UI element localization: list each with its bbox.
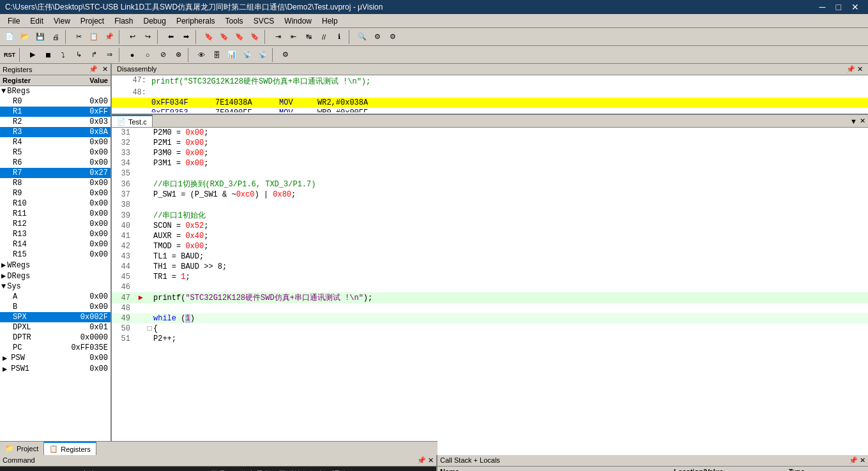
reg-r9[interactable]: R90x00 bbox=[0, 188, 110, 198]
menu-flash[interactable]: Flash bbox=[109, 15, 138, 27]
tb-run-cursor[interactable]: ⇒ bbox=[102, 48, 116, 62]
reg-r5[interactable]: R50x00 bbox=[0, 147, 110, 158]
reg-r2[interactable]: R20x03 bbox=[0, 117, 110, 127]
code-content[interactable]: 31 P2M0 = 0x00; 32 P2M1 = 0x00; 33 P bbox=[112, 128, 868, 455]
reg-r1[interactable]: R10xFF bbox=[0, 107, 110, 117]
tb-paste[interactable]: 📌 bbox=[102, 30, 116, 44]
tab-registers[interactable]: 📋 Registers bbox=[44, 442, 96, 455]
tb-comment[interactable]: // bbox=[317, 30, 331, 44]
expand-icon-50[interactable]: □ bbox=[146, 324, 153, 333]
tb-outdent[interactable]: ⇤ bbox=[286, 30, 300, 44]
code-line-38[interactable]: 38 bbox=[112, 200, 868, 210]
reg-r13[interactable]: R130x00 bbox=[0, 229, 110, 239]
tb-copy[interactable]: 📋 bbox=[87, 30, 101, 44]
wregs-group-header[interactable]: ▶ WRegs bbox=[0, 260, 110, 271]
reg-r7[interactable]: R70x27 bbox=[0, 168, 110, 178]
code-line-35[interactable]: 35 bbox=[112, 168, 868, 179]
code-line-36[interactable]: 36 //串口1切换到(RXD_3/P1.6, TXD_3/P1.7) bbox=[112, 179, 868, 190]
code-line-40[interactable]: 40 SCON = 0x52; bbox=[112, 221, 868, 231]
code-line-50[interactable]: 50 □ { bbox=[112, 324, 868, 334]
tb-indent[interactable]: ⇥ bbox=[271, 30, 285, 44]
menu-tools[interactable]: Tools bbox=[220, 15, 248, 27]
tb-step-over[interactable]: ⤵ bbox=[56, 48, 70, 62]
disasm-close[interactable]: ✕ bbox=[857, 65, 863, 73]
tb-perf[interactable]: 📊 bbox=[225, 48, 239, 62]
menu-project[interactable]: Project bbox=[75, 15, 109, 27]
code-line-44[interactable]: 44 TH1 = BAUD >> 8; bbox=[112, 262, 868, 272]
reg-spx[interactable]: SPX0x002F bbox=[0, 312, 110, 322]
tb-cut[interactable]: ✂ bbox=[72, 30, 86, 44]
disassembly-content[interactable]: 47: printf("STC32G12K128硬件SWD仿真+串口通讯测试 !… bbox=[112, 75, 868, 112]
code-line-33[interactable]: 33 P3M0 = 0x00; bbox=[112, 148, 868, 158]
dregs-group-header[interactable]: ▶ DRegs bbox=[0, 271, 110, 281]
reg-r12[interactable]: R120x00 bbox=[0, 219, 110, 229]
registers-close[interactable]: ✕ bbox=[102, 65, 108, 73]
tb-redo[interactable]: ↪ bbox=[141, 30, 155, 44]
code-line-43[interactable]: 43 TL1 = BAUD; bbox=[112, 251, 868, 262]
menu-debug[interactable]: Debug bbox=[139, 15, 171, 27]
code-line-41[interactable]: 41 AUXR = 0x40; bbox=[112, 231, 868, 241]
sys-group-header[interactable]: ▼ Sys bbox=[0, 281, 110, 292]
callstack-pin[interactable]: 📌 bbox=[849, 456, 858, 464]
reg-r14[interactable]: R140x00 bbox=[0, 239, 110, 250]
tb-breakpt2[interactable]: ○ bbox=[141, 48, 155, 62]
code-panel-close[interactable]: ✕ bbox=[860, 117, 865, 125]
tb-debug-info[interactable]: ℹ bbox=[332, 30, 346, 44]
code-line-34[interactable]: 34 P3M1 = 0x00; bbox=[112, 158, 868, 168]
reg-dpxl[interactable]: DPXL0x01 bbox=[0, 322, 110, 333]
tb-open[interactable]: 📂 bbox=[18, 30, 32, 44]
tb-save[interactable]: 💾 bbox=[33, 30, 47, 44]
code-line-47[interactable]: 47 ► printf("STC32G12K128硬件SWD仿真+串口通讯测试 … bbox=[112, 292, 868, 303]
reg-dptr[interactable]: DPTR0x0000 bbox=[0, 333, 110, 343]
reg-r10[interactable]: R100x00 bbox=[0, 198, 110, 209]
tb-memory[interactable]: 🗄 bbox=[209, 48, 224, 62]
reg-r4[interactable]: R40x00 bbox=[0, 137, 110, 147]
reg-r0[interactable]: R00x00 bbox=[0, 96, 110, 107]
reg-pc[interactable]: PC0xFF035E bbox=[0, 343, 110, 353]
tb-step-into[interactable]: ↳ bbox=[72, 48, 86, 62]
tb-indent2[interactable]: ↹ bbox=[301, 30, 316, 44]
menu-edit[interactable]: Edit bbox=[25, 15, 49, 27]
tb-new[interactable]: 📄 bbox=[3, 30, 17, 44]
tb-watch1[interactable]: 👁 bbox=[194, 48, 208, 62]
menu-help[interactable]: Help bbox=[317, 15, 343, 27]
code-panel-dropdown[interactable]: ▼ bbox=[850, 117, 857, 125]
disasm-pin[interactable]: 📌 bbox=[846, 65, 855, 73]
tb-settings[interactable]: ⚙ bbox=[386, 30, 400, 44]
tb-breakpt1[interactable]: ● bbox=[125, 48, 139, 62]
reg-psw[interactable]: ▶ PSW0x00 bbox=[0, 353, 110, 364]
callstack-close[interactable]: ✕ bbox=[860, 456, 865, 464]
code-line-49[interactable]: 49 while (1) bbox=[112, 313, 868, 324]
maximize-button[interactable]: □ bbox=[832, 2, 845, 12]
tb-serial[interactable]: 📡 bbox=[240, 48, 254, 62]
tb-serial2[interactable]: 📡 bbox=[255, 48, 270, 62]
tb-nav-fwd[interactable]: ➡ bbox=[179, 30, 193, 44]
code-line-48[interactable]: 48 bbox=[112, 303, 868, 313]
reg-b[interactable]: B0x00 bbox=[0, 302, 110, 312]
tb-run[interactable]: ▶ bbox=[26, 48, 40, 62]
reg-r15[interactable]: R150x00 bbox=[0, 250, 110, 260]
menu-window[interactable]: Window bbox=[279, 15, 317, 27]
reg-a[interactable]: A0x00 bbox=[0, 292, 110, 302]
reg-r11[interactable]: R110x00 bbox=[0, 209, 110, 219]
reg-r6[interactable]: R60x00 bbox=[0, 158, 110, 168]
code-line-31[interactable]: 31 P2M0 = 0x00; bbox=[112, 128, 868, 138]
code-line-32[interactable]: 32 P2M1 = 0x00; bbox=[112, 138, 868, 148]
tb-cfg[interactable]: ⚙ bbox=[278, 48, 293, 62]
code-line-46[interactable]: 46 bbox=[112, 282, 868, 292]
menu-file[interactable]: File bbox=[3, 15, 25, 27]
tb-bookmark3[interactable]: 🔖 bbox=[232, 30, 247, 44]
tb-bookmark2[interactable]: 🔖 bbox=[217, 30, 231, 44]
command-close[interactable]: ✕ bbox=[428, 456, 434, 464]
reg-r8[interactable]: R80x00 bbox=[0, 178, 110, 188]
command-pin[interactable]: 📌 bbox=[417, 456, 426, 464]
bregs-group-header[interactable]: ▼ BRegs bbox=[0, 86, 110, 96]
tb-breakpt4[interactable]: ⊗ bbox=[171, 48, 185, 62]
registers-pin[interactable]: 📌 bbox=[89, 65, 98, 73]
tb-bookmark1[interactable]: 🔖 bbox=[202, 30, 216, 44]
menu-svcs[interactable]: SVCS bbox=[248, 15, 280, 27]
tab-project[interactable]: 📁 Project bbox=[0, 442, 44, 455]
tb-bookmark4[interactable]: 🔖 bbox=[248, 30, 262, 44]
tb-save2[interactable]: 🖨 bbox=[49, 30, 63, 44]
code-tab-test-c[interactable]: 📄 Test.c bbox=[112, 115, 153, 127]
